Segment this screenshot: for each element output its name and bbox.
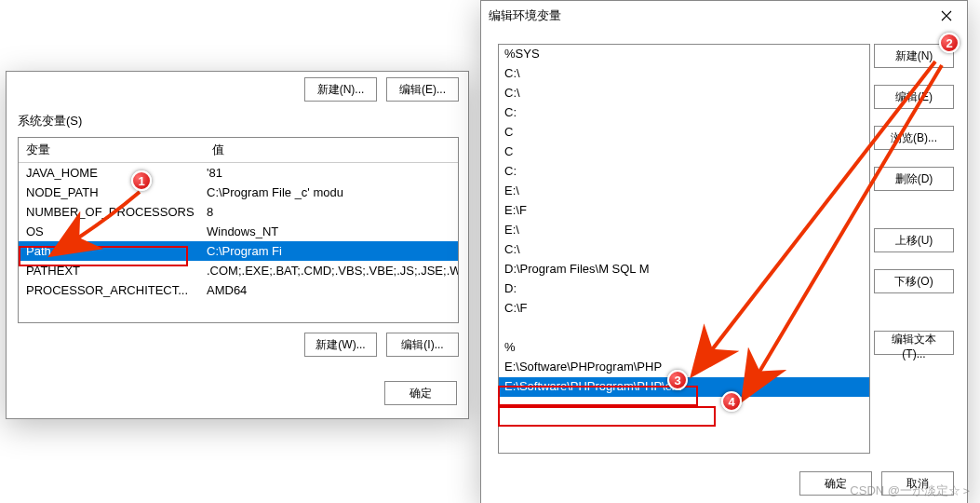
list-item[interactable]: C: [499, 123, 869, 143]
table-header: 变量 值: [19, 138, 458, 163]
list-item[interactable]: %: [499, 338, 869, 358]
list-item[interactable]: [499, 397, 869, 416]
table-row[interactable]: PATHEXT.COM;.EXE;.BAT;.CMD;.VBS;.VBE;.JS…: [19, 261, 458, 280]
edit-sys-var-button[interactable]: 编辑(I)...: [386, 333, 459, 357]
table-row[interactable]: NUMBER_OF_PROCESSORS8: [19, 202, 458, 222]
cell-value: .COM;.EXE;.BAT;.CMD;.VBS;.VBE;.JS;.JSE;.…: [205, 264, 458, 278]
edit-entry-button[interactable]: 编辑(E): [874, 85, 954, 109]
close-button[interactable]: [926, 1, 967, 31]
list-item[interactable]: E:\: [499, 182, 869, 201]
cell-variable: PROCESSOR_ARCHITECT...: [19, 283, 205, 297]
cell-value: C:\Program Fi: [205, 244, 458, 258]
cell-variable: JAVA_HOME: [19, 166, 205, 180]
list-item[interactable]: C:: [499, 103, 869, 123]
dialog-titlebar: 编辑环境变量: [481, 1, 967, 31]
browse-button[interactable]: 浏览(B)...: [874, 126, 954, 150]
table-row[interactable]: PROCESSOR_ARCHITECT...AMD64: [19, 280, 458, 300]
cell-variable: Path: [19, 244, 205, 258]
cell-value: C:\Program File _c' modu: [205, 185, 458, 199]
cell-value: AMD64: [205, 283, 458, 297]
table-row[interactable]: PathC:\Program Fi: [19, 241, 458, 261]
list-item[interactable]: D:\Program Files\M SQL M: [499, 260, 869, 279]
annotation-marker-1: 1: [131, 170, 152, 191]
list-item[interactable]: E:\F: [499, 201, 869, 221]
list-item[interactable]: [499, 319, 869, 338]
list-item[interactable]: C:\: [499, 84, 869, 103]
column-variable: 变量: [19, 138, 205, 162]
new-sys-var-button[interactable]: 新建(W)...: [304, 333, 377, 357]
list-item[interactable]: %SYS: [499, 45, 869, 64]
watermark: CSDN @一か淡定☆＞: [850, 483, 973, 499]
annotation-marker-3: 3: [667, 370, 688, 390]
delete-button[interactable]: 删除(D): [874, 167, 954, 191]
cell-variable: PATHEXT: [19, 264, 205, 278]
column-value: 值: [205, 138, 458, 162]
system-properties-dialog: 新建(N)... 编辑(E)... 系统变量(S) 变量 值 JAVA_HOME…: [6, 71, 469, 419]
list-item[interactable]: C:\: [499, 64, 869, 84]
cell-variable: NODE_PATH: [19, 185, 205, 199]
table-row[interactable]: OSWindows_NT: [19, 222, 458, 241]
cell-variable: OS: [19, 224, 205, 238]
list-item[interactable]: D:: [499, 279, 869, 299]
table-row[interactable]: JAVA_HOME '81: [19, 163, 458, 183]
list-item[interactable]: C:\: [499, 240, 869, 260]
system-vars-buttons: 新建(W)... 编辑(I)...: [18, 333, 459, 357]
cell-value: '81: [205, 166, 458, 180]
cell-value: 8: [205, 205, 458, 219]
close-icon: [941, 10, 952, 21]
ok-button[interactable]: 确定: [384, 381, 457, 405]
list-item[interactable]: C:\F: [499, 299, 869, 319]
table-row[interactable]: NODE_PATHC:\Program File _c' modu: [19, 183, 458, 202]
system-variables-table[interactable]: 变量 值 JAVA_HOME '81NODE_PATHC:\Program Fi…: [18, 137, 459, 323]
list-item[interactable]: C:: [499, 162, 869, 182]
annotation-marker-4: 4: [721, 391, 742, 412]
edit-text-button[interactable]: 编辑文本(T)...: [874, 331, 954, 355]
user-vars-buttons: 新建(N)... 编辑(E)...: [304, 77, 459, 102]
annotation-marker-2: 2: [939, 33, 960, 53]
move-up-button[interactable]: 上移(U): [874, 228, 954, 252]
cell-value: Windows_NT: [205, 224, 458, 238]
list-item[interactable]: E:\: [499, 221, 869, 240]
edit-user-var-button[interactable]: 编辑(E)...: [386, 77, 459, 102]
new-user-var-button[interactable]: 新建(N)...: [304, 77, 377, 102]
list-item[interactable]: C: [499, 143, 869, 162]
dialog-title: 编辑环境变量: [489, 7, 561, 24]
path-entries-list[interactable]: %SYSC:\C:\C:CCC:E:\E:\FE:\C:\D:\Program …: [498, 44, 870, 454]
edit-env-var-dialog: 编辑环境变量 %SYSC:\C:\C:CCC:E:\E:\FE:\C:\D:\P…: [480, 0, 968, 503]
edit-buttons-column: 新建(N) 编辑(E) 浏览(B)... 删除(D) 上移(U) 下移(O) 编…: [874, 44, 954, 355]
move-down-button[interactable]: 下移(O): [874, 269, 954, 293]
cell-variable: NUMBER_OF_PROCESSORS: [19, 205, 205, 219]
system-variables-label: 系统变量(S): [18, 113, 459, 129]
